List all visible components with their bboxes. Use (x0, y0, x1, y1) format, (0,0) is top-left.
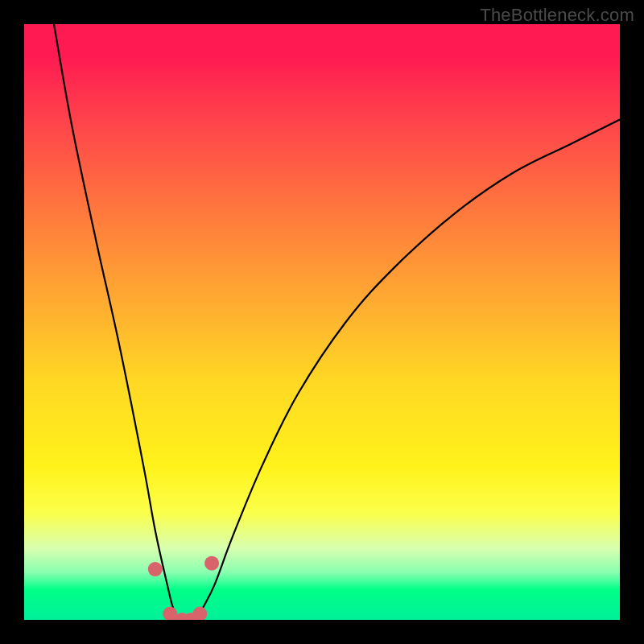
curve-markers (148, 556, 219, 620)
watermark-text: TheBottleneck.com (480, 5, 634, 26)
plot-area (24, 24, 620, 620)
curve-path (54, 24, 620, 620)
marker-dot (192, 607, 207, 620)
bottleneck-curve (24, 24, 620, 620)
marker-dot (204, 556, 219, 571)
marker-dot (148, 562, 163, 576)
